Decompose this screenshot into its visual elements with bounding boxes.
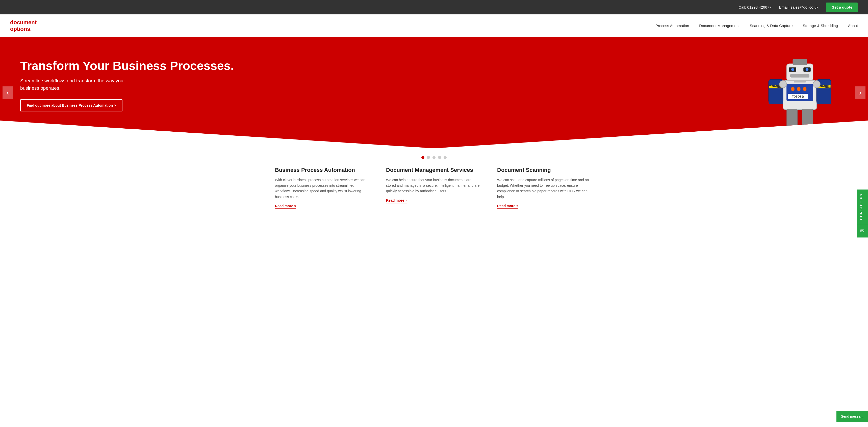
hero-section: ‹ Transform Your Business Processes. Str… [0,37,868,148]
svg-point-26 [813,81,820,88]
svg-rect-27 [787,109,798,128]
logo: document options. [10,19,37,33]
svg-text:TOBOT-(): TOBOT-() [792,95,804,98]
card-ds: Document Scanning We can scan and captur… [497,167,593,208]
card-dms-text: We can help ensure that your business do… [386,177,482,194]
card-ds-text: We can scan and capture millions of page… [497,177,593,200]
hero-cta-button[interactable]: Find out more about Business Process Aut… [20,99,122,111]
carousel-next-button[interactable]: › [856,86,866,99]
contact-sidebar: CONTACT US ✉ [857,190,868,223]
card-bpa-title: Business Process Automation [275,167,371,174]
card-bpa-read-more[interactable]: Read more » [275,204,296,209]
svg-rect-32 [817,100,831,104]
nav-item-document-management[interactable]: Document Management [699,24,740,28]
card-dms: Document Management Services We can help… [386,167,482,208]
nav-links: Process Automation Document Management S… [655,24,858,28]
nav-item-storage-shredding[interactable]: Storage & Shredding [803,24,838,28]
carousel-dot-4[interactable] [438,156,441,159]
card-dms-title: Document Management Services [386,167,482,174]
card-bpa-text: With clever business process automation … [275,177,371,200]
svg-point-6 [803,87,806,91]
top-bar: Call: 01293 426677 Email: sales@dol.co.u… [0,0,868,15]
nav-item-process-automation[interactable]: Process Automation [655,24,689,28]
email-label: Email: sales@dol.co.uk [779,5,818,9]
hero-robot-image: TOBOT-() [757,42,843,138]
card-ds-read-more[interactable]: Read more » [497,204,518,209]
card-bpa: Business Process Automation With clever … [275,167,371,208]
svg-rect-28 [802,109,813,128]
svg-rect-13 [790,74,809,77]
nav-item-about[interactable]: About [848,24,858,28]
card-dms-read-more[interactable]: Read more » [386,198,407,203]
svg-rect-7 [787,64,813,81]
carousel-dot-2[interactable] [427,156,430,159]
hero-subtitle: Streamline workflows and transform the w… [20,77,142,92]
phone-label: Call: 01293 426677 [739,5,771,9]
carousel-dot-1[interactable] [422,156,425,159]
svg-rect-30 [802,126,815,133]
contact-us-label: CONTACT US [859,194,863,220]
nav-item-scanning-data-capture[interactable]: Scanning & Data Capture [750,24,793,28]
svg-rect-8 [793,59,807,65]
svg-point-11 [791,68,794,71]
svg-point-4 [791,87,795,91]
card-ds-title: Document Scanning [497,167,593,174]
carousel-dot-5[interactable] [443,156,446,159]
svg-rect-29 [785,126,798,133]
contact-info: Call: 01293 426677 Email: sales@dol.co.u… [739,5,818,9]
cards-section: Business Process Automation With clever … [0,156,868,223]
svg-point-12 [806,68,808,71]
hero-content: Transform Your Business Processes. Strea… [0,44,254,126]
get-quote-button[interactable]: Get a quote [826,2,858,12]
contact-us-tab[interactable]: CONTACT US [857,190,868,223]
hero-title: Transform Your Business Processes. [20,59,234,73]
svg-point-5 [797,87,801,91]
svg-point-25 [779,81,787,88]
carousel-prev-button[interactable]: ‹ [2,86,12,99]
svg-rect-14 [794,80,806,83]
carousel-dot-3[interactable] [433,156,435,159]
svg-rect-31 [769,100,783,104]
main-nav: document options. Process Automation Doc… [0,15,868,37]
